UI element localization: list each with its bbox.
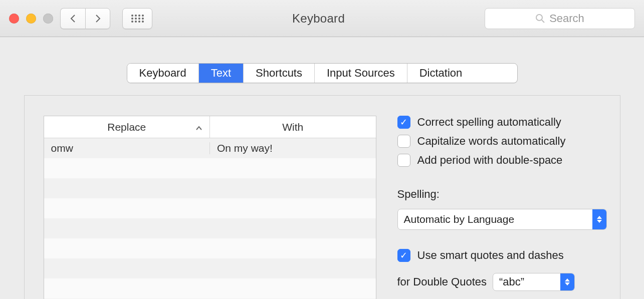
svg-point-3	[142, 15, 144, 17]
table-row[interactable]	[44, 218, 376, 238]
capitalize-words-checkbox[interactable]	[397, 135, 410, 148]
capitalize-words-label: Capitalize words automatically	[417, 135, 566, 148]
svg-point-5	[135, 18, 137, 20]
double-quotes-value: “abc”	[493, 275, 560, 288]
svg-point-6	[138, 18, 140, 20]
chevron-right-icon	[94, 14, 101, 23]
table-row[interactable]	[44, 258, 376, 278]
search-placeholder: Search	[549, 12, 584, 25]
svg-point-10	[138, 21, 140, 23]
window-toolbar: Keyboard Search	[0, 0, 644, 37]
svg-point-12	[536, 15, 542, 21]
table-row[interactable]	[44, 278, 376, 298]
correct-spelling-checkbox[interactable]	[397, 116, 410, 129]
search-icon	[535, 14, 545, 24]
svg-line-13	[542, 20, 544, 23]
with-header[interactable]: With	[210, 116, 376, 138]
svg-point-1	[135, 15, 137, 17]
zoom-window-button[interactable]	[43, 14, 53, 24]
with-cell[interactable]: On my way!	[210, 142, 376, 154]
sort-caret-icon	[195, 121, 202, 133]
options-column: Correct spelling automatically Capitaliz…	[397, 116, 607, 299]
forward-button[interactable]	[85, 8, 110, 29]
tab-shortcuts[interactable]: Shortcuts	[244, 64, 315, 83]
replace-header[interactable]: Replace	[44, 116, 210, 138]
window-title: Keyboard	[159, 12, 478, 26]
spelling-value: Automatic by Language	[398, 213, 592, 225]
replace-table[interactable]: Replace With omw On my way!	[44, 116, 376, 299]
smart-quotes-checkbox[interactable]	[397, 249, 410, 262]
close-window-button[interactable]	[9, 14, 19, 24]
smart-quotes-row[interactable]: Use smart quotes and dashes	[397, 249, 607, 262]
replace-header-label: Replace	[107, 121, 146, 133]
with-header-label: With	[282, 121, 303, 133]
table-row[interactable]: omw On my way!	[44, 138, 376, 158]
svg-point-7	[142, 18, 144, 20]
prefs-panel: Keyboard Text Shortcuts Input Sources Di…	[24, 63, 620, 299]
tab-keyboard[interactable]: Keyboard	[127, 64, 199, 83]
double-quotes-select[interactable]: “abc”	[493, 273, 575, 291]
content-area: Keyboard Text Shortcuts Input Sources Di…	[0, 37, 644, 299]
capitalize-words-row[interactable]: Capitalize words automatically	[397, 135, 607, 148]
text-pane: Replace With omw On my way!	[24, 95, 620, 299]
chevron-left-icon	[70, 14, 77, 23]
svg-point-9	[135, 21, 137, 23]
smart-quotes-label: Use smart quotes and dashes	[417, 249, 564, 262]
correct-spelling-row[interactable]: Correct spelling automatically	[397, 116, 607, 129]
window-controls	[9, 14, 53, 24]
updown-icon	[560, 273, 574, 290]
svg-point-11	[142, 21, 144, 23]
back-button[interactable]	[60, 8, 85, 29]
show-all-prefs-button[interactable]	[122, 8, 152, 29]
add-period-label: Add period with double-space	[417, 154, 563, 167]
double-quotes-row: for Double Quotes “abc”	[397, 273, 607, 291]
spelling-section-label: Spelling:	[397, 188, 607, 201]
correct-spelling-label: Correct spelling automatically	[417, 116, 561, 129]
replace-cell[interactable]: omw	[44, 142, 210, 154]
table-row[interactable]	[44, 178, 376, 198]
replace-rows: omw On my way!	[44, 138, 376, 299]
svg-point-4	[131, 18, 133, 20]
nav-back-forward	[60, 8, 110, 29]
tab-dictation[interactable]: Dictation	[407, 64, 475, 83]
tab-input-sources[interactable]: Input Sources	[315, 64, 407, 83]
svg-point-0	[131, 15, 133, 17]
tab-bar: Keyboard Text Shortcuts Input Sources Di…	[127, 63, 518, 83]
table-row[interactable]	[44, 198, 376, 218]
updown-icon	[592, 209, 606, 229]
table-row[interactable]	[44, 158, 376, 178]
add-period-row[interactable]: Add period with double-space	[397, 154, 607, 167]
tab-text[interactable]: Text	[199, 64, 244, 83]
double-quotes-label: for Double Quotes	[397, 275, 487, 288]
spelling-select[interactable]: Automatic by Language	[397, 209, 607, 230]
replace-table-header: Replace With	[44, 116, 376, 138]
search-input[interactable]: Search	[485, 8, 635, 29]
svg-point-2	[138, 15, 140, 17]
svg-point-8	[131, 21, 133, 23]
table-row[interactable]	[44, 238, 376, 258]
minimize-window-button[interactable]	[26, 14, 36, 24]
grid-icon	[131, 14, 144, 23]
add-period-checkbox[interactable]	[397, 154, 410, 167]
